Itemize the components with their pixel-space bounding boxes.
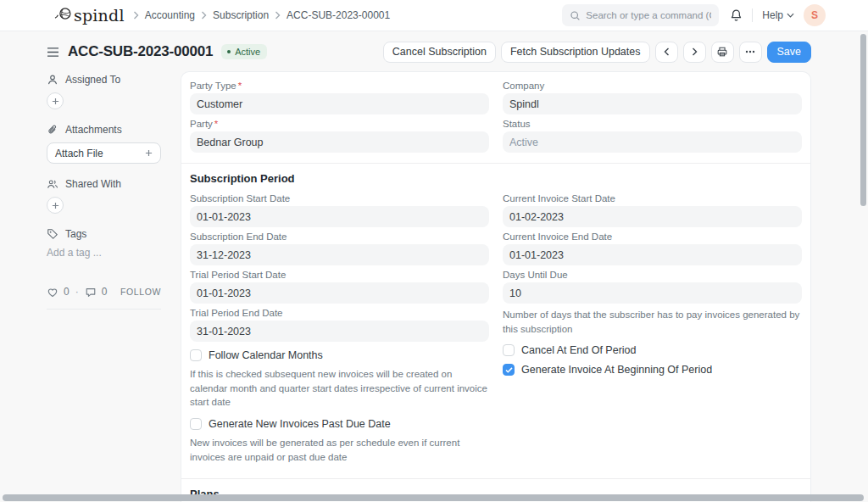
trial-period-start-date-input[interactable] — [190, 282, 489, 304]
count-separator: · — [75, 286, 79, 298]
current-invoice-start-date-label: Current Invoice Start Date — [503, 193, 802, 204]
chevron-right-icon — [275, 11, 281, 20]
generate-new-invoices-past-due-checkbox[interactable] — [190, 418, 202, 430]
party-type-field: Party Type* — [190, 81, 489, 114]
breadcrumb: Accounting Subscription ACC-SUB-2023-000… — [133, 9, 390, 21]
chevron-right-icon — [201, 11, 207, 20]
sidebar-toggle-icon[interactable] — [47, 47, 59, 58]
user-icon — [47, 74, 58, 86]
heart-icon[interactable] — [47, 287, 58, 298]
status-badge: Active — [221, 44, 267, 59]
add-share-button[interactable] — [47, 197, 64, 214]
party-field: Party* — [190, 119, 489, 153]
subscription-end-date-label: Subscription End Date — [190, 231, 489, 242]
avatar[interactable]: S — [804, 4, 826, 26]
days-until-due-input[interactable] — [503, 282, 802, 304]
subscription-period-heading: Subscription Period — [190, 172, 802, 185]
search-input[interactable] — [586, 10, 711, 20]
notification-bell-icon[interactable] — [730, 8, 743, 22]
page-body: Assigned To Attachments Attach File — [47, 71, 811, 502]
generate-invoice-at-beginning-checkbox[interactable] — [503, 364, 515, 376]
breadcrumb-current-doc[interactable]: ACC-SUB-2023-00001 — [287, 9, 390, 21]
save-button[interactable]: Save — [767, 42, 812, 63]
party-label: Party* — [190, 119, 489, 129]
paperclip-icon — [47, 124, 58, 136]
app-logo[interactable]: spindl — [54, 6, 125, 25]
section-divider — [181, 478, 810, 479]
navbar: spindl Accounting Subscription ACC-SUB-2… — [0, 0, 868, 31]
party-type-label: Party Type* — [190, 81, 489, 91]
print-button[interactable] — [711, 42, 734, 63]
comment-icon[interactable] — [85, 287, 97, 298]
current-invoice-start-date-field: Current Invoice Start Date — [503, 193, 802, 227]
company-input[interactable] — [503, 93, 802, 114]
attachments-label: Attachments — [65, 124, 122, 136]
company-label: Company — [503, 81, 802, 91]
cancel-at-end-of-period-checkbox-row[interactable]: Cancel At End Of Period — [503, 344, 802, 356]
add-tag-input[interactable]: Add a tag ... — [47, 247, 161, 259]
trial-period-start-date-label: Trial Period Start Date — [190, 270, 489, 280]
generate-invoice-at-beginning-label: Generate Invoice At Beginning Of Period — [521, 364, 712, 376]
cancel-subscription-button[interactable]: Cancel Subscription — [383, 42, 496, 63]
assigned-to-section: Assigned To — [47, 74, 161, 86]
global-search[interactable] — [562, 4, 719, 26]
ellipsis-icon — [745, 50, 755, 53]
form-card: Party Type* Party* Company — [181, 71, 811, 502]
page-actions: Cancel Subscription Fetch Subscription U… — [383, 42, 811, 63]
generate-new-invoices-past-due-label: Generate New Invoices Past Due Date — [209, 418, 391, 430]
logo-text: spindl — [74, 6, 125, 25]
days-until-due-label: Days Until Due — [503, 270, 802, 280]
plus-icon — [145, 149, 153, 157]
days-until-due-help: Number of days that the subscriber has t… — [503, 308, 802, 336]
navbar-right: Help S — [730, 4, 826, 26]
vertical-scrollbar[interactable] — [860, 34, 866, 206]
details-section: Party Type* Party* Company — [190, 81, 802, 157]
sidebar-divider — [47, 309, 161, 310]
status-dot-icon — [227, 50, 231, 53]
fetch-subscription-updates-button[interactable]: Fetch Subscription Updates — [501, 42, 650, 63]
party-type-input[interactable] — [190, 93, 489, 114]
horizontal-scrollbar[interactable] — [3, 494, 864, 501]
attachments-section: Attachments — [47, 124, 161, 136]
search-icon — [570, 10, 581, 21]
cancel-at-end-of-period-label: Cancel At End Of Period — [521, 344, 637, 356]
current-invoice-start-date-input[interactable] — [503, 206, 802, 227]
subscription-end-date-input[interactable] — [190, 244, 489, 265]
status-field: Status — [503, 119, 802, 153]
required-marker: * — [238, 81, 242, 91]
required-marker: * — [214, 119, 218, 129]
previous-document-button[interactable] — [655, 42, 678, 63]
generate-invoice-at-beginning-checkbox-row[interactable]: Generate Invoice At Beginning Of Period — [503, 364, 802, 376]
tags-section: Tags — [47, 228, 161, 240]
chevron-down-icon — [787, 13, 794, 18]
menu-button[interactable] — [739, 42, 762, 63]
trial-period-end-date-field: Trial Period End Date — [190, 308, 489, 342]
help-label: Help — [762, 9, 783, 21]
follow-button[interactable]: Follow — [120, 287, 161, 297]
tags-label: Tags — [65, 228, 86, 240]
breadcrumb-subscription[interactable]: Subscription — [213, 9, 269, 21]
trial-period-end-date-input[interactable] — [190, 321, 489, 342]
add-assignment-button[interactable] — [47, 92, 64, 109]
status-label: Status — [503, 119, 802, 129]
generate-new-invoices-past-due-checkbox-row[interactable]: Generate New Invoices Past Due Date — [190, 418, 489, 430]
shared-with-section: Shared With — [47, 178, 161, 190]
follow-calendar-months-checkbox[interactable] — [190, 349, 202, 361]
party-input[interactable] — [190, 131, 489, 153]
attach-file-button[interactable]: Attach File — [47, 142, 161, 164]
company-field: Company — [503, 81, 802, 114]
section-divider — [181, 163, 810, 164]
status-input[interactable] — [503, 131, 802, 153]
status-badge-label: Active — [235, 47, 260, 57]
days-until-due-field: Days Until Due — [503, 270, 802, 304]
help-menu[interactable]: Help — [762, 9, 794, 21]
breadcrumb-accounting[interactable]: Accounting — [145, 9, 195, 21]
subscription-start-date-input[interactable] — [190, 206, 489, 227]
like-count: 0 — [64, 286, 70, 298]
follow-calendar-months-checkbox-row[interactable]: Follow Calendar Months — [190, 349, 489, 361]
next-document-button[interactable] — [683, 42, 706, 63]
subscription-end-date-field: Subscription End Date — [190, 231, 489, 265]
current-invoice-end-date-input[interactable] — [503, 244, 802, 265]
cancel-at-end-of-period-checkbox[interactable] — [503, 344, 515, 356]
shared-with-label: Shared With — [65, 178, 121, 190]
